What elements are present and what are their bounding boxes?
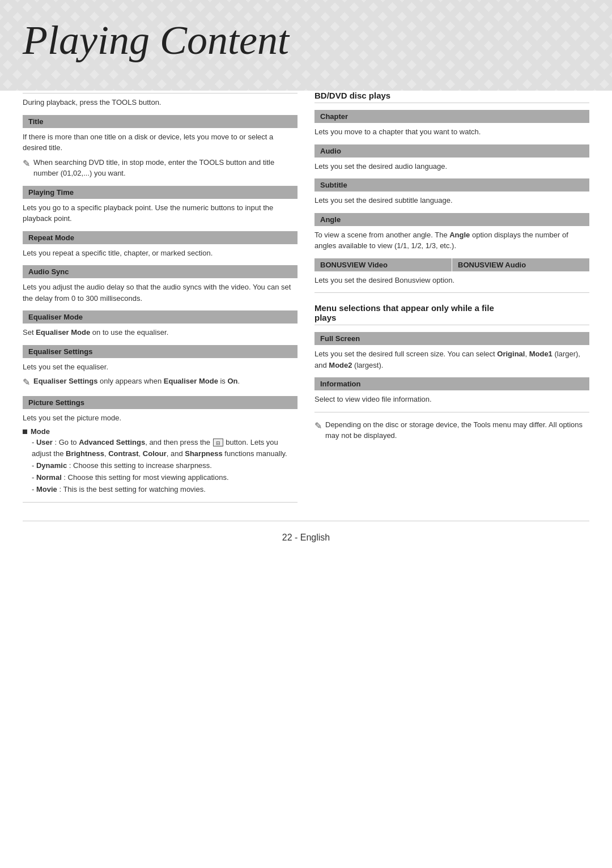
playing-time-bar: Playing Time <box>23 186 298 199</box>
audio-bar: Audio <box>314 144 589 158</box>
tools-intro: During playback, press the TOOLS button. <box>23 97 298 108</box>
equaliser-settings-body: Lets you set the equaliser. <box>23 361 298 373</box>
title-note-text: When searching DVD title, in stop mode, … <box>33 157 298 179</box>
picture-settings-body: Lets you set the picture mode. <box>23 412 298 424</box>
file-plays-heading: Menu selections that appear only while a… <box>314 303 589 325</box>
equaliser-settings-note: ✎ Equaliser Settings only appears when E… <box>23 376 298 389</box>
bonusview-bar: BONUSVIEW Video BONUSVIEW Audio <box>314 258 589 271</box>
note-icon-3: ✎ <box>314 419 322 433</box>
page-number: 22 - English <box>23 521 589 548</box>
subtitle-body: Lets you set the desired subtitle langua… <box>314 195 589 206</box>
mode-sub-list: User : Go to Advanced Settings, and then… <box>23 437 298 496</box>
audio-sync-bar: Audio Sync <box>23 265 298 278</box>
right-col-note: ✎ Depending on the disc or storage devic… <box>314 419 589 441</box>
note-icon-2: ✎ <box>23 376 30 389</box>
divider-right-bottom <box>314 412 589 412</box>
full-screen-body: Lets you set the desired full screen siz… <box>314 348 589 371</box>
title-bar: Title <box>23 115 298 128</box>
right-column: Menu selections that appear only when a … <box>314 81 589 509</box>
mode-bullet: Mode <box>23 427 298 436</box>
repeat-mode-bar: Repeat Mode <box>23 231 298 244</box>
audio-body: Lets you set the desired audio language. <box>314 161 589 172</box>
full-screen-bar: Full Screen <box>314 332 589 345</box>
chapter-bar: Chapter <box>314 110 589 123</box>
information-body: Select to view video file information. <box>314 394 589 405</box>
sub-list-item-dynamic: Dynamic : Choose this setting to increas… <box>32 460 298 472</box>
picture-settings-bar: Picture Settings <box>23 396 298 409</box>
bonusview-video-label: BONUSVIEW Video <box>314 258 452 271</box>
page-suffix: - English <box>295 533 330 542</box>
equaliser-settings-bar: Equaliser Settings <box>23 345 298 358</box>
button-icon: ⊟ <box>213 439 223 446</box>
equaliser-mode-bar: Equaliser Mode <box>23 310 298 324</box>
repeat-mode-body: Lets you repeat a specific title, chapte… <box>23 248 298 259</box>
right-col-note-text: Depending on the disc or storage device,… <box>325 419 589 441</box>
title-body: If there is more than one title on a dis… <box>23 131 298 154</box>
bottom-divider-left <box>23 502 298 503</box>
file-heading-line1: Menu selections that appear only while a… <box>314 303 494 313</box>
chapter-body: Lets you move to a chapter that you want… <box>314 126 589 138</box>
sub-list-item-user: User : Go to Advanced Settings, and then… <box>32 437 298 461</box>
bullet-square-icon <box>23 429 27 434</box>
information-bar: Information <box>314 377 589 390</box>
bd-dvd-heading-line2: BD/DVD disc plays <box>314 91 390 100</box>
content-area: Using the TOOLS Menu During playback, pr… <box>0 81 612 509</box>
subtitle-bar: Subtitle <box>314 178 589 192</box>
title-note: ✎ When searching DVD title, in stop mode… <box>23 157 298 179</box>
left-column: Using the TOOLS Menu During playback, pr… <box>23 81 298 509</box>
audio-sync-body: Lets you adjust the audio delay so that … <box>23 282 298 304</box>
page-num-text: 22 <box>282 533 292 542</box>
divider-right-mid <box>314 292 589 293</box>
sub-list-item-normal: Normal : Choose this setting for most vi… <box>32 472 298 484</box>
mode-label: Mode <box>31 427 50 436</box>
playing-time-body: Lets you go to a specific playback point… <box>23 202 298 224</box>
page-title: Playing Content <box>0 0 612 75</box>
file-heading-line2: plays <box>314 313 336 322</box>
equaliser-settings-note-text: Equaliser Settings only appears when Equ… <box>33 376 298 387</box>
bonusview-body: Lets you set the desired Bonusview optio… <box>314 275 589 286</box>
equaliser-mode-body: Set Equaliser Mode on to use the equalis… <box>23 327 298 338</box>
angle-bar: Angle <box>314 213 589 226</box>
note-icon: ✎ <box>23 157 30 171</box>
bonusview-audio-label: BONUSVIEW Audio <box>452 258 589 271</box>
angle-body: To view a scene from another angle. The … <box>314 229 589 252</box>
sub-list-item-movie: Movie : This is the best setting for wat… <box>32 484 298 496</box>
